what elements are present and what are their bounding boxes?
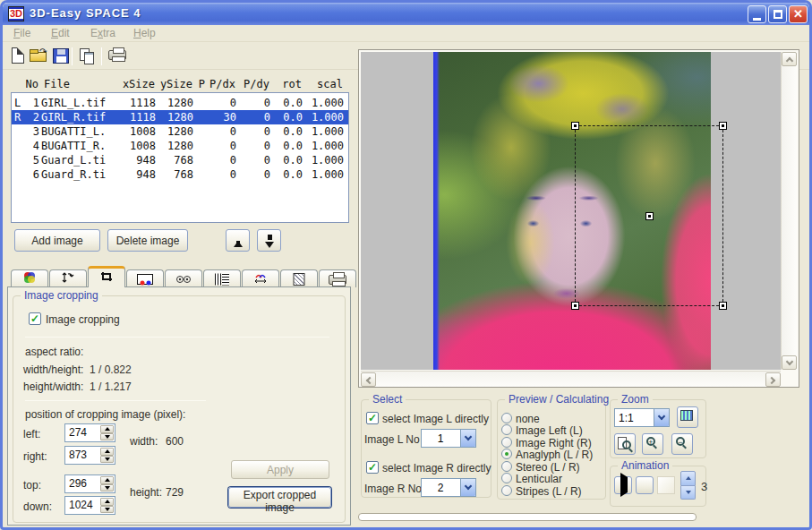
select-image-r-checkbox[interactable]: ✓ <box>366 461 379 474</box>
right-spin-buttons[interactable] <box>100 448 114 463</box>
menu-item-edit[interactable]: Edit <box>51 27 70 39</box>
add-image-button[interactable]: Add image <box>14 229 100 252</box>
spin-down-icon[interactable] <box>100 484 114 492</box>
down-spinner[interactable]: 1024 <box>64 496 115 515</box>
spin-down-icon[interactable] <box>100 506 114 514</box>
scroll-left-button[interactable] <box>361 372 376 387</box>
crop-handle-center[interactable] <box>645 212 654 220</box>
radio-stereo[interactable] <box>501 461 512 472</box>
menu-edit-key: E <box>51 27 58 39</box>
maximize-icon <box>774 10 782 19</box>
menu-item-help[interactable]: Help <box>133 27 156 39</box>
scroll-right-button[interactable] <box>765 372 781 387</box>
copy-icon[interactable] <box>78 47 98 66</box>
radio-stripes-label: Stripes (L / R) <box>516 485 582 498</box>
radio-lenticular[interactable] <box>501 473 512 483</box>
tab-print[interactable] <box>319 269 356 287</box>
crop-handle-bottom-right[interactable] <box>719 302 727 310</box>
menu-item-extra[interactable]: Extra <box>90 27 115 39</box>
move-up-button[interactable] <box>226 229 250 252</box>
app-window: 3D 3D-Easy SPACE 4 ✕ File Edit Extra Hel… <box>0 0 812 530</box>
stop-button[interactable] <box>636 476 654 494</box>
crop-handle-top-right[interactable] <box>719 122 727 130</box>
radio-none-label: none <box>516 413 540 425</box>
tab-anaglyph[interactable] <box>126 269 164 287</box>
table-row[interactable]: 6Guard_R.ti948768000.01.000 <box>12 167 348 182</box>
table-row[interactable]: 4BUGATTI_R.10081280000.01.000 <box>12 139 348 153</box>
scroll-down-button[interactable] <box>782 355 797 370</box>
vertical-scrollbar[interactable] <box>781 52 797 370</box>
crop-handle-top-left[interactable] <box>571 122 579 130</box>
tab-cropping[interactable] <box>88 266 125 287</box>
scroll-up-button[interactable] <box>782 52 797 66</box>
fullscreen-button[interactable] <box>677 406 698 428</box>
top-spinner[interactable]: 296 <box>64 474 115 493</box>
pause-button[interactable] <box>657 476 675 494</box>
export-cropped-image-button[interactable]: Export cropped image <box>228 487 331 508</box>
apply-button[interactable]: Apply <box>231 460 329 479</box>
spin-up-icon[interactable] <box>100 448 114 456</box>
menu-item-file[interactable]: File <box>13 27 30 39</box>
minimize-button[interactable] <box>748 5 766 23</box>
zoom-scale-combo[interactable]: 1:1 <box>614 408 670 427</box>
table-row-selected[interactable]: R2GIRL_R.tif111812803000.01.000 <box>12 110 348 124</box>
tab-pattern-export[interactable] <box>280 269 318 287</box>
down-spin-buttons[interactable] <box>100 498 114 513</box>
spin-down-icon[interactable] <box>680 486 696 500</box>
spin-up-icon[interactable] <box>100 476 114 484</box>
combo-dropdown-button[interactable] <box>654 409 669 426</box>
play-button[interactable] <box>614 476 632 494</box>
combo-dropdown-button[interactable] <box>460 479 475 496</box>
crop-handle-bottom-left[interactable] <box>571 302 579 310</box>
close-button[interactable]: ✕ <box>789 5 808 23</box>
image-l-no-label: Image L No <box>364 433 420 446</box>
table-row[interactable]: 5Guard_L.ti948768000.01.000 <box>12 153 348 167</box>
move-down-button[interactable] <box>257 229 281 252</box>
tab-lenticular[interactable] <box>203 269 241 287</box>
select-image-l-label: select Image L directly <box>382 413 489 425</box>
tab-position[interactable] <box>49 269 87 287</box>
frames-spinner[interactable] <box>680 471 696 500</box>
horizontal-scrollbar[interactable] <box>361 371 781 387</box>
radio-anaglyph[interactable] <box>501 449 512 459</box>
save-icon[interactable] <box>52 47 72 66</box>
open-icon[interactable]: ↷ <box>30 47 49 66</box>
tab-stereo-viewer[interactable] <box>165 269 202 287</box>
select-image-l-checkbox[interactable]: ✓ <box>366 412 379 424</box>
zoom-in-button[interactable]: + <box>642 433 663 455</box>
table-row[interactable]: 3BUGATTI_L.10081280000.01.000 <box>12 124 348 139</box>
spin-up-icon[interactable] <box>100 498 114 506</box>
image-cropping-checkbox[interactable]: ✓ <box>29 312 41 325</box>
fit-page-button[interactable] <box>614 433 636 455</box>
preview-photo-anaglyph[interactable] <box>433 52 711 370</box>
new-file-icon[interactable] <box>9 47 29 66</box>
combo-dropdown-button[interactable] <box>460 430 475 447</box>
tab-color-management[interactable] <box>11 269 48 287</box>
maximize-button[interactable] <box>768 5 787 23</box>
left-spin-buttons[interactable] <box>100 425 114 440</box>
left-spinner[interactable]: 274 <box>64 423 115 442</box>
radio-none[interactable] <box>501 413 512 423</box>
image-viewport[interactable] <box>361 52 781 370</box>
image-r-no-combo[interactable]: 2 <box>421 478 476 497</box>
radio-image-right[interactable] <box>501 437 512 448</box>
spin-up-icon[interactable] <box>680 471 696 486</box>
delete-image-button[interactable]: Delete image <box>107 229 188 252</box>
spin-down-icon[interactable] <box>100 433 114 441</box>
top-spin-buttons[interactable] <box>100 476 114 492</box>
zoom-out-button[interactable]: − <box>671 433 693 455</box>
table-row[interactable]: L1GIRL_L.tif11181280000.01.000 <box>12 96 348 110</box>
image-l-no-combo[interactable]: 1 <box>421 429 476 448</box>
right-spinner[interactable]: 873 <box>64 446 115 465</box>
title-bar[interactable]: 3D 3D-Easy SPACE 4 ✕ <box>3 3 809 25</box>
group-label-zoom: Zoom <box>618 393 653 406</box>
print-icon[interactable] <box>108 47 128 66</box>
tab-animation[interactable] <box>242 269 279 287</box>
spin-down-icon[interactable] <box>100 456 114 464</box>
radio-image-left[interactable] <box>501 424 512 435</box>
menu-bar: File Edit Extra Help <box>3 25 809 42</box>
spin-up-icon[interactable] <box>100 425 114 433</box>
file-list[interactable]: L1GIRL_L.tif11181280000.01.000 R2GIRL_R.… <box>11 92 349 223</box>
radio-stripes[interactable] <box>501 485 512 496</box>
chevron-down-icon <box>465 483 472 490</box>
